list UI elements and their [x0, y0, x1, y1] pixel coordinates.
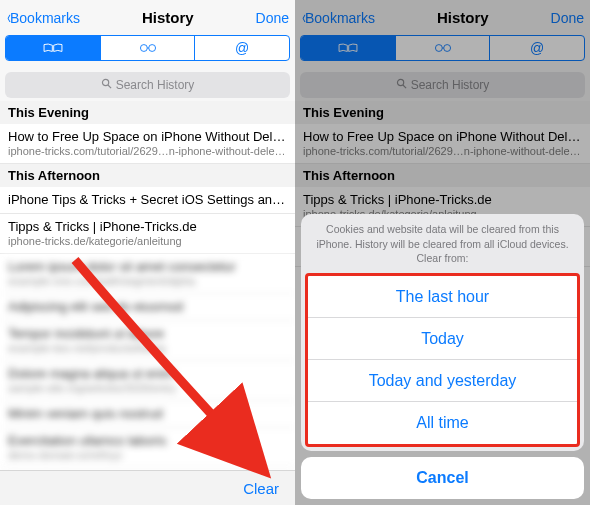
blurred-region: Lorem ipsum dolor sit amet consecteturex…: [0, 254, 295, 468]
list-item[interactable]: How to Free Up Space on iPhone Without D…: [295, 124, 590, 164]
back-label: Bookmarks: [10, 10, 80, 26]
section-header: This Afternoon: [0, 164, 295, 187]
clear-last-hour-button[interactable]: The last hour: [308, 276, 577, 318]
svg-point-4: [435, 45, 442, 52]
action-sheet: Cookies and website data will be cleared…: [295, 208, 590, 505]
svg-point-2: [102, 79, 108, 85]
svg-line-3: [108, 85, 111, 88]
clear-all-time-button[interactable]: All time: [308, 402, 577, 444]
svg-line-7: [403, 85, 406, 88]
tab-shared-links[interactable]: @: [490, 36, 584, 60]
done-button[interactable]: Done: [256, 10, 289, 26]
svg-point-0: [140, 45, 147, 52]
segmented-control: @: [5, 35, 290, 61]
search-placeholder: Search History: [411, 78, 490, 92]
glasses-icon: [137, 41, 159, 55]
list-item[interactable]: Tipps & Tricks | iPhone-Tricks.de iphone…: [0, 214, 295, 254]
tab-shared-links[interactable]: @: [195, 36, 289, 60]
svg-point-1: [148, 45, 155, 52]
page-title: History: [437, 9, 489, 26]
chevron-left-icon: ‹: [302, 7, 306, 28]
section-header: This Evening: [295, 101, 590, 124]
at-icon: @: [530, 40, 544, 56]
segmented-control: @: [300, 35, 585, 61]
book-icon: [337, 41, 359, 55]
nav-bar: ‹ Bookmarks History Done: [295, 0, 590, 35]
chevron-left-icon: ‹: [7, 7, 11, 28]
search-icon: [396, 78, 407, 92]
book-icon: [42, 41, 64, 55]
back-button[interactable]: ‹ Bookmarks: [6, 7, 80, 28]
sheet-message: Cookies and website data will be cleared…: [301, 214, 584, 273]
search-icon: [101, 78, 112, 92]
search-input[interactable]: Search History: [5, 72, 290, 98]
at-icon: @: [235, 40, 249, 56]
list-item[interactable]: iPhone Tips & Tricks + Secret iOS Settin…: [0, 187, 295, 214]
section-header: This Evening: [0, 101, 295, 124]
nav-bar: ‹ Bookmarks History Done: [0, 0, 295, 35]
tab-bookmarks[interactable]: [301, 36, 396, 60]
bottom-toolbar: Clear: [0, 470, 295, 505]
list-item[interactable]: How to Free Up Space on iPhone Without D…: [0, 124, 295, 164]
sheet-options-highlight: The last hour Today Today and yesterday …: [305, 273, 580, 447]
page-title: History: [142, 9, 194, 26]
history-list: This Evening How to Free Up Space on iPh…: [0, 101, 295, 470]
cancel-button[interactable]: Cancel: [301, 457, 584, 499]
tab-reading-list[interactable]: [396, 36, 491, 60]
svg-point-6: [397, 79, 403, 85]
tab-bookmarks[interactable]: [6, 36, 101, 60]
section-header: This Afternoon: [295, 164, 590, 187]
tab-reading-list[interactable]: [101, 36, 196, 60]
history-screen-left: ‹ Bookmarks History Done @ Search Histor…: [0, 0, 295, 505]
back-label: Bookmarks: [305, 10, 375, 26]
glasses-icon: [432, 41, 454, 55]
clear-today-button[interactable]: Today: [308, 318, 577, 360]
search-placeholder: Search History: [116, 78, 195, 92]
svg-point-5: [443, 45, 450, 52]
history-screen-right: ‹ Bookmarks History Done @ Search Histor…: [295, 0, 590, 505]
search-input[interactable]: Search History: [300, 72, 585, 98]
back-button[interactable]: ‹ Bookmarks: [301, 7, 375, 28]
done-button[interactable]: Done: [551, 10, 584, 26]
clear-button[interactable]: Clear: [243, 480, 279, 497]
clear-today-yesterday-button[interactable]: Today and yesterday: [308, 360, 577, 402]
